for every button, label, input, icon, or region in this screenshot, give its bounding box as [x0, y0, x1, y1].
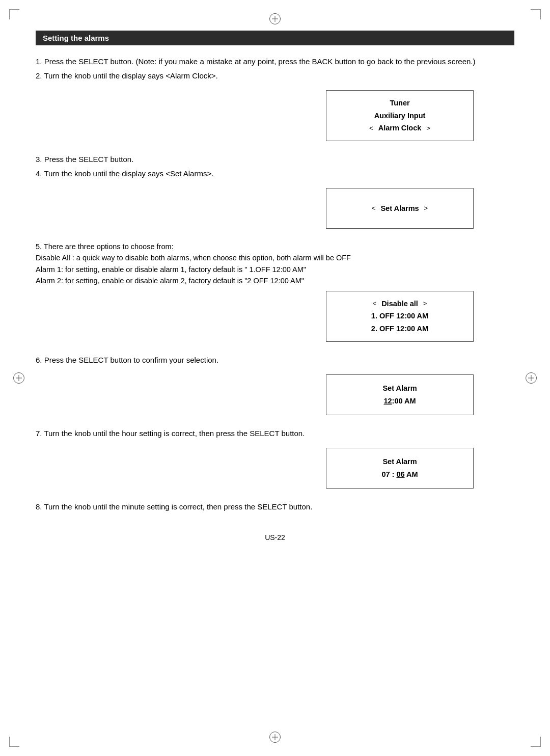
crosshair-right [526, 372, 537, 384]
disable-all-label: Disable all [381, 298, 418, 310]
chevron-left-3: < [373, 298, 377, 309]
display-box-4-inner: Set Alarm 12:00 AM [382, 382, 417, 407]
chevron-right-1: > [426, 123, 430, 134]
step-2: 2. Turn the knob until the display says … [48, 70, 514, 82]
step-8: 8. Turn the knob until the minute settin… [48, 501, 514, 513]
steps-block-1-2: 1. Press the SELECT button. (Note: if yo… [36, 56, 514, 82]
step-6: 6. Press the SELECT button to confirm yo… [48, 354, 514, 366]
display-box-5-line2: 07 : 06 AM [381, 468, 418, 481]
chevron-left-2: < [372, 203, 376, 214]
display-box-5: Set Alarm 07 : 06 AM [326, 448, 474, 489]
display-box-1-inner: Tuner Auxiliary Input < Alarm Clock > [369, 97, 430, 134]
display-box-1-line2: Auxiliary Input [369, 110, 430, 122]
corner-mark-tl [9, 9, 19, 19]
step-3: 3. Press the SELECT button. [48, 153, 514, 166]
steps-block-6: 6. Press the SELECT button to confirm yo… [36, 354, 514, 366]
display-box-1: Tuner Auxiliary Input < Alarm Clock > [326, 90, 474, 141]
display-box-4-suffix: :00 AM [392, 397, 416, 405]
display-box-2-row: < Set Alarms > [372, 202, 428, 215]
step-5b: Alarm 1: for setting, enable or disable … [36, 264, 514, 275]
chevron-right-3: > [423, 298, 427, 309]
display-box-4-line2: 12:00 AM [382, 395, 417, 408]
crosshair-bottom [269, 732, 281, 743]
corner-mark-tr [531, 9, 541, 19]
crosshair-left [13, 372, 24, 384]
step-5-block: 5. There are three options to choose fro… [36, 241, 514, 287]
step-7: 7. Turn the knob until the hour setting … [48, 427, 514, 440]
display-box-1-line3: < Alarm Clock > [369, 122, 430, 134]
display-box-5-underline: 06 [396, 470, 404, 478]
page-number: US-22 [36, 533, 514, 542]
display-box-4: Set Alarm 12:00 AM [326, 374, 474, 415]
corner-mark-bl [9, 737, 19, 747]
display-box-3-row3: 2. OFF 12:00 AM [371, 322, 428, 335]
display-box-3: < Disable all > 1. OFF 12:00 AM 2. OFF 1… [326, 291, 474, 342]
section-header: Setting the alarms [36, 31, 514, 45]
display-box-2-inner: < Set Alarms > [372, 202, 428, 215]
steps-block-3-4: 3. Press the SELECT button. 4. Turn the … [36, 153, 514, 180]
page-content: Setting the alarms 1. Press the SELECT b… [36, 31, 514, 542]
display-box-5-prefix: 07 : [381, 470, 396, 478]
display-box-5-inner: Set Alarm 07 : 06 AM [381, 455, 418, 480]
crosshair-top [269, 13, 281, 24]
steps-block-7: 7. Turn the knob until the hour setting … [36, 427, 514, 440]
display-box-3-row1: < Disable all > [371, 298, 428, 310]
display-box-3-row2: 1. OFF 12:00 AM [371, 310, 428, 322]
step-5a: Disable All : a quick way to disable bot… [36, 252, 514, 263]
chevron-right-2: > [424, 203, 428, 214]
step-1: 1. Press the SELECT button. (Note: if yo… [48, 56, 514, 68]
section-title: Setting the alarms [43, 34, 109, 42]
display-box-3-inner: < Disable all > 1. OFF 12:00 AM 2. OFF 1… [371, 298, 428, 335]
display-box-5-line1: Set Alarm [381, 455, 418, 468]
set-alarms-label: Set Alarms [380, 202, 419, 215]
steps-block-8: 8. Turn the knob until the minute settin… [36, 501, 514, 513]
step-4: 4. Turn the knob until the display says … [48, 168, 514, 180]
alarm-clock-label: Alarm Clock [378, 122, 422, 134]
display-box-4-underline: 12 [383, 397, 392, 405]
step-5: 5. There are three options to choose fro… [36, 241, 514, 252]
display-box-5-suffix: AM [405, 470, 418, 478]
corner-mark-br [531, 737, 541, 747]
display-box-1-line1: Tuner [369, 97, 430, 110]
display-box-2: < Set Alarms > [326, 188, 474, 229]
display-box-4-line1: Set Alarm [382, 382, 417, 395]
chevron-left-1: < [369, 123, 373, 134]
step-5c: Alarm 2: for setting, enable or disable … [36, 275, 514, 286]
